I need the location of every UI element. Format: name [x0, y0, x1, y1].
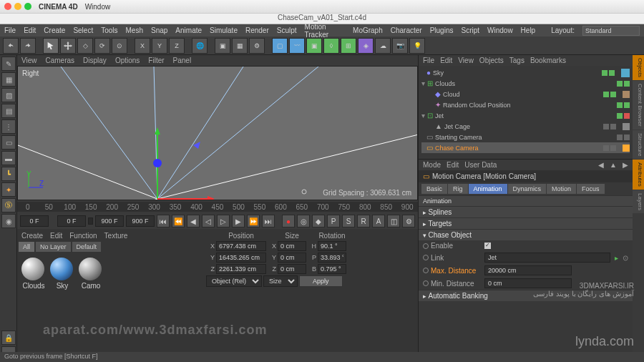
view-menu-view[interactable]: View	[21, 57, 37, 64]
last-tool-icon[interactable]: ⊙	[112, 38, 127, 54]
range-slider[interactable]	[88, 217, 93, 225]
material-sky[interactable]: Sky	[50, 258, 74, 290]
apply-button[interactable]: Apply	[299, 275, 343, 287]
material-clouds[interactable]: Clouds	[21, 258, 46, 290]
key-param-icon[interactable]: A	[372, 215, 385, 228]
viewport-solo-icon[interactable]: ◉	[1, 214, 16, 228]
mat-menu-texture[interactable]: Texture	[104, 232, 128, 240]
attr-nav-next-icon[interactable]: ▶	[623, 161, 628, 169]
attr-tab-motion[interactable]: Motion	[547, 184, 576, 194]
workplane-icon[interactable]: ▤	[1, 104, 16, 118]
attr-section-chase[interactable]: ▾ Chase Object	[419, 229, 633, 240]
menu-snap[interactable]: Snap	[151, 26, 167, 34]
link-pick-icon[interactable]: ▸	[615, 254, 618, 262]
next-frame-icon[interactable]: ▶	[232, 215, 245, 228]
array-icon[interactable]: ⊞	[341, 38, 356, 54]
polygon-mode-icon[interactable]: ▬	[1, 151, 16, 165]
make-editable-icon[interactable]: ✎	[1, 57, 16, 71]
attr-tab-focus[interactable]: Focus	[577, 184, 605, 194]
select-tool-icon[interactable]	[43, 38, 59, 54]
timeline-ruler[interactable]: 0501001502002503003504004505005506006507…	[17, 200, 418, 213]
tab-content-browser[interactable]: Content Browser	[633, 81, 644, 129]
move-tool-icon[interactable]	[60, 38, 76, 54]
attr-section-autobanking[interactable]: ▸ Automatic Banking	[419, 290, 633, 301]
size-z-field[interactable]	[278, 264, 306, 274]
tab-objects[interactable]: Objects	[633, 55, 644, 80]
link-clear-icon[interactable]: ⊙	[623, 254, 628, 262]
mat-tab-all[interactable]: All	[19, 242, 34, 252]
min-distance-field[interactable]	[484, 278, 572, 288]
environment-icon[interactable]: ☁	[375, 38, 391, 54]
tweak-mode-icon[interactable]: ✦	[1, 182, 16, 197]
size-x-field[interactable]	[278, 241, 306, 251]
zoom-window-icon[interactable]	[24, 3, 31, 10]
record-icon[interactable]: ●	[282, 215, 295, 228]
view-menu-filter[interactable]: Filter	[148, 57, 164, 64]
attr-section-targets[interactable]: ▸ Targets	[419, 217, 633, 229]
view-menu-display[interactable]: Display	[83, 57, 107, 64]
keyframe-sel-icon[interactable]: ◆	[312, 215, 325, 228]
render-view-icon[interactable]: ▣	[215, 38, 230, 54]
tab-structure[interactable]: Structure	[633, 130, 644, 159]
menu-help[interactable]: Help	[521, 26, 536, 34]
goto-key-prev-icon[interactable]: ⏪	[172, 215, 185, 228]
rot-b-field[interactable]	[318, 264, 346, 274]
view-menu-panel[interactable]: Panel	[173, 57, 192, 64]
texture-mode-icon[interactable]: ▨	[1, 88, 16, 102]
enable-checkbox[interactable]	[484, 243, 491, 249]
chase-tag-icon[interactable]	[623, 145, 630, 152]
menu-select[interactable]: Select	[73, 26, 93, 34]
play-icon[interactable]: ▷	[217, 215, 230, 228]
mat-menu-create[interactable]: Create	[21, 232, 43, 240]
menu-mesh[interactable]: Mesh	[126, 26, 143, 34]
undo-icon[interactable]	[3, 38, 19, 54]
obj-menu-edit[interactable]: Edit	[440, 57, 452, 64]
start-frame-field[interactable]	[57, 215, 86, 227]
key-pos-icon[interactable]: P	[327, 215, 340, 228]
deformer-icon[interactable]: ◈	[358, 38, 374, 54]
tree-item-jet-cage[interactable]: ▲Jet Cage	[421, 121, 630, 132]
autokey-icon[interactable]: ◎	[297, 215, 310, 228]
tree-item-sky[interactable]: ●Sky	[421, 67, 630, 78]
coord-system-icon[interactable]: 🌐	[192, 38, 208, 54]
timeline-marks[interactable]: 0501001502002503003504004505005506006507…	[17, 202, 418, 212]
view-menu-cameras[interactable]: Cameras	[46, 57, 75, 64]
tab-attributes[interactable]: Attributes	[633, 160, 644, 190]
obj-menu-tags[interactable]: Tags	[509, 57, 525, 64]
coord-object-mode[interactable]: Object (Rel)	[206, 275, 262, 287]
axis-y-toggle[interactable]: Y	[152, 38, 167, 54]
key-options-icon[interactable]: ⚙	[402, 215, 415, 228]
viewport-3d[interactable]: Right	[17, 66, 418, 200]
obj-menu-view[interactable]: View	[458, 57, 474, 64]
goto-end-icon[interactable]: ⏭	[262, 215, 275, 228]
mat-tab-nolayer[interactable]: No Layer	[36, 242, 71, 252]
menu-plugins[interactable]: Plugins	[430, 26, 454, 34]
rotate-tool-icon[interactable]: ⟳	[94, 38, 110, 54]
goto-start-icon[interactable]: ⏮	[157, 215, 170, 228]
menu-character[interactable]: Character	[391, 26, 422, 34]
rot-p-field[interactable]	[318, 253, 346, 263]
coord-size-mode[interactable]: Size	[263, 275, 298, 287]
object-tree[interactable]: ●Sky ▾⊞Clouds ◆Cloud ✦Random Cloud Posit…	[419, 66, 633, 159]
prev-frame-icon[interactable]: ◀	[187, 215, 200, 228]
attr-tab-animation[interactable]: Animation	[469, 184, 507, 194]
camera-icon[interactable]: 📷	[392, 38, 408, 54]
end-frame-field[interactable]	[95, 215, 124, 227]
pos-z-field[interactable]	[216, 264, 266, 274]
menu-animate[interactable]: Animate	[175, 26, 202, 34]
rot-h-field[interactable]	[318, 241, 346, 251]
tree-item-jet[interactable]: ▾⊡Jet	[421, 110, 630, 121]
current-frame-field[interactable]	[20, 215, 49, 227]
cube-primitive-icon[interactable]: ▢	[272, 38, 288, 54]
model-mode-icon[interactable]: ▦	[1, 72, 16, 87]
sky-tag-icon[interactable]	[621, 69, 630, 77]
attr-tab-basic[interactable]: Basic	[421, 184, 447, 194]
menu-motion-tracker[interactable]: Motion Tracker	[305, 23, 346, 39]
project-end-field[interactable]	[126, 215, 155, 227]
scale-tool-icon[interactable]: ◇	[77, 38, 93, 54]
nurbs-icon[interactable]: ◊	[323, 38, 339, 54]
menu-simulate[interactable]: Simulate	[210, 26, 238, 34]
tree-item-chase-camera[interactable]: ▭Chase Camera	[421, 142, 630, 153]
tree-item-random-cloud[interactable]: ✦Random Cloud Position	[421, 99, 630, 110]
point-mode-icon[interactable]: ⋮	[1, 119, 16, 134]
